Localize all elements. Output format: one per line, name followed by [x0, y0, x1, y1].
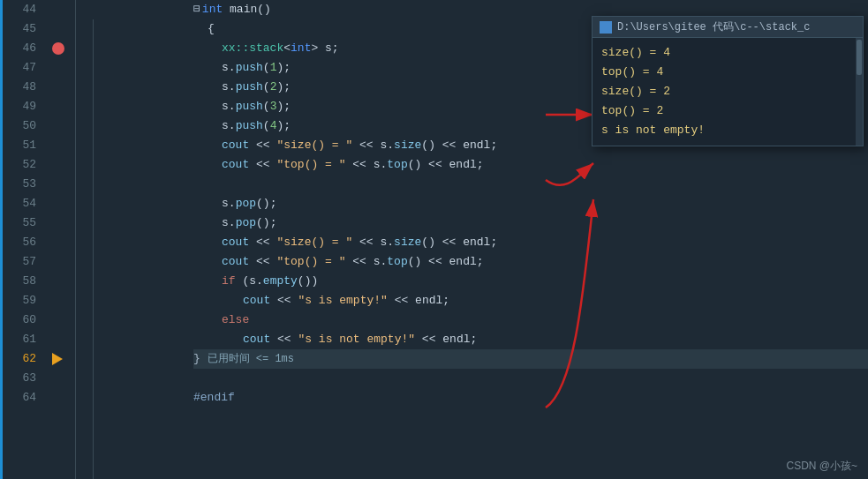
code-line-57: cout << "top() = " << s.top() << endl;: [193, 252, 868, 272]
line-num-50: 50: [3, 116, 42, 136]
popup-content: size() = 4 top() = 4 size() = 2 top() = …: [593, 38, 863, 146]
popup-overlay: D:\Users\gitee 代码\c--\stack_c size() = 4…: [592, 16, 864, 146]
line-num-52: 52: [3, 155, 42, 175]
code-line-59: cout << "s is empty!" << endl;: [193, 291, 868, 311]
editor-container: 44 45 46 47 48 49 50 51 52 53 54 55 56 5…: [0, 0, 868, 479]
popup-scrollbar-thumb: [857, 40, 862, 75]
line-num-57: 57: [3, 252, 42, 272]
popup-line-4: top() = 2: [601, 101, 854, 121]
code-line-63: [193, 369, 868, 388]
code-line-52: cout << "top() = " << s.top() << endl;: [193, 155, 868, 175]
popup-line-2: top() = 4: [601, 63, 854, 82]
execution-arrow: [52, 353, 63, 365]
line-num-45: 45: [3, 19, 42, 39]
line-num-54: 54: [3, 194, 42, 213]
line-num-58: 58: [3, 272, 42, 291]
line-num-62: 62: [3, 349, 42, 369]
gutter: [49, 0, 66, 479]
popup-line-3: size() = 2: [601, 82, 854, 101]
popup-line-5: s is not empty!: [601, 121, 854, 140]
line-num-51: 51: [3, 136, 42, 155]
watermark: CSDN @小孩~: [786, 459, 857, 474]
code-line-56: cout << "size() = " << s.size() << endl;: [193, 233, 868, 252]
line-num-60: 60: [3, 311, 42, 330]
code-line-58: if (s.empty()): [193, 272, 868, 291]
popup-icon: [600, 21, 612, 34]
line-num-46: 46: [3, 39, 42, 58]
code-area: 44 45 46 47 48 49 50 51 52 53 54 55 56 5…: [0, 0, 868, 479]
line-num-64: 64: [3, 388, 42, 408]
breakpoint-marker: [52, 42, 64, 55]
code-line-62: } 已用时间 <= 1ms: [193, 349, 868, 369]
line-num-53: 53: [3, 175, 42, 194]
line-num-56: 56: [3, 233, 42, 252]
line-num-49: 49: [3, 97, 42, 116]
line-num-47: 47: [3, 58, 42, 78]
line-num-55: 55: [3, 213, 42, 233]
popup-scrollbar[interactable]: [856, 38, 863, 146]
line-num-48: 48: [3, 78, 42, 97]
line-num-63: 63: [3, 369, 42, 388]
line-numbers: 44 45 46 47 48 49 50 51 52 53 54 55 56 5…: [3, 0, 49, 479]
code-line-54: s.pop();: [193, 194, 868, 213]
code-line-61: cout << "s is not empty!" << endl;: [193, 330, 868, 349]
popup-line-1: size() = 4: [601, 43, 854, 63]
code-line-60: else: [193, 311, 868, 330]
line-num-44: 44: [3, 0, 42, 19]
popup-titlebar: D:\Users\gitee 代码\c--\stack_c: [593, 17, 863, 38]
line-num-61: 61: [3, 330, 42, 349]
line-num-59: 59: [3, 291, 42, 311]
collapse-44[interactable]: ⊟: [193, 0, 200, 19]
code-line-55: s.pop();: [193, 213, 868, 233]
code-line-64: #endif: [193, 388, 868, 408]
code-line-53: [193, 175, 868, 194]
popup-path: D:\Users\gitee 代码\c--\stack_c: [617, 19, 810, 34]
